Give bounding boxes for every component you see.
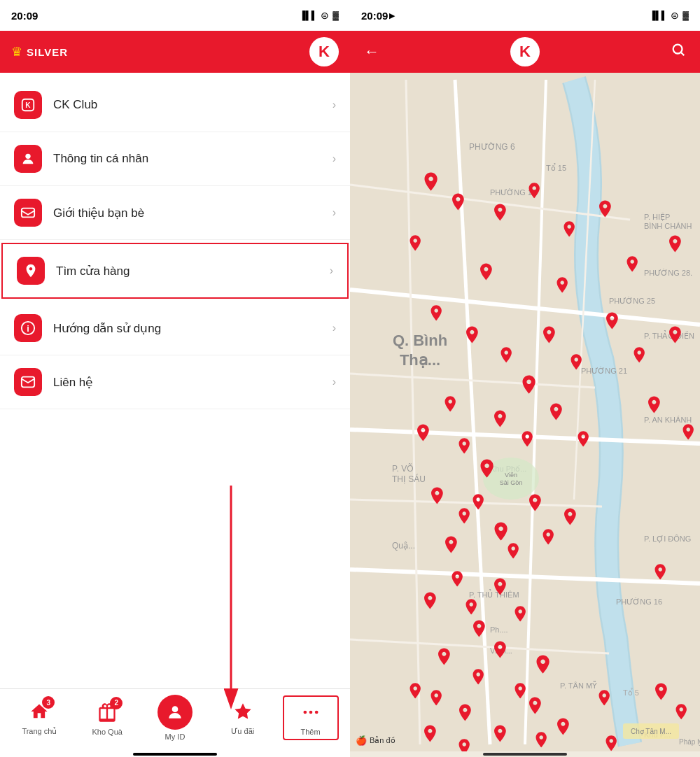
svg-text:PHƯỜNG 25: PHƯỜNG 25 bbox=[609, 297, 655, 305]
home-label: Trang chủ bbox=[22, 727, 57, 736]
wifi-icon-right: ⊜ bbox=[671, 10, 679, 21]
chevron-icon-guide: › bbox=[332, 322, 336, 334]
svg-text:Ph....: Ph.... bbox=[490, 625, 508, 634]
svg-text:P. THỦ THIÊM: P. THỦ THIÊM bbox=[469, 589, 519, 599]
contact-label: Liên hệ bbox=[53, 375, 332, 390]
apple-logo-icon: 🍎 bbox=[356, 735, 367, 746]
svg-point-12 bbox=[673, 45, 682, 54]
menu-item-find-store[interactable]: Tìm cửa hàng › bbox=[1, 243, 349, 299]
svg-text:P. LỢI ĐÔNG: P. LỢI ĐÔNG bbox=[644, 535, 691, 544]
search-button[interactable] bbox=[671, 42, 686, 62]
ck-club-icon: K bbox=[14, 91, 42, 119]
home-badge: 3 bbox=[42, 696, 55, 709]
k-logo-left[interactable]: K bbox=[309, 37, 339, 66]
svg-text:Q. Bình: Q. Bình bbox=[393, 332, 447, 349]
bottom-nav: 3 Trang chủ 2 Kho Quà bbox=[0, 688, 350, 751]
svg-rect-14 bbox=[350, 80, 700, 744]
menu-item-contact[interactable]: Liên hệ › bbox=[0, 355, 350, 409]
svg-text:PHƯỜNG 6: PHƯỜNG 6 bbox=[469, 142, 515, 152]
svg-text:i: i bbox=[27, 323, 29, 334]
menu-item-personal-info[interactable]: Thông tin cá nhân › bbox=[0, 132, 350, 186]
kho-qua-badge: 2 bbox=[110, 697, 122, 709]
uu-dai-icon-wrap bbox=[230, 699, 255, 724]
kho-qua-label: Kho Quà bbox=[92, 728, 122, 736]
svg-point-2 bbox=[25, 154, 30, 159]
nav-item-my-id[interactable]: My ID bbox=[147, 695, 203, 741]
svg-text:Pháp lý: Pháp lý bbox=[679, 738, 700, 746]
silver-badge: ♛ SILVER bbox=[11, 44, 68, 59]
find-store-icon bbox=[17, 257, 45, 285]
svg-text:Vĩnh...: Vĩnh... bbox=[490, 646, 512, 655]
menu-item-guide[interactable]: i Hướng dẫn sử dụng › bbox=[0, 302, 350, 355]
menu-item-ck-club[interactable]: K CK Club › bbox=[0, 78, 350, 132]
map-watermark: 🍎 Bản đồ bbox=[356, 735, 396, 746]
signal-icon-left: ▐▌▌ bbox=[300, 10, 318, 20]
svg-text:BÌNH CHÁNH: BÌNH CHÁNH bbox=[644, 222, 692, 230]
kho-qua-icon-wrap: 2 bbox=[94, 700, 120, 725]
silver-label: SILVER bbox=[27, 46, 68, 58]
svg-text:Quậ...: Quậ... bbox=[392, 541, 415, 551]
nav-item-uu-dai[interactable]: Ưu đãi bbox=[215, 699, 271, 736]
referral-label: Giới thiệu bạn bè bbox=[53, 206, 332, 220]
battery-icon-left: ▓ bbox=[332, 10, 339, 20]
ck-club-label: CK Club bbox=[53, 98, 332, 112]
back-button[interactable]: ← bbox=[364, 43, 379, 61]
guide-label: Hướng dẫn sử dụng bbox=[53, 321, 332, 336]
home-indicator-right bbox=[350, 751, 700, 757]
battery-icon-right: ▓ bbox=[682, 10, 689, 20]
wifi-icon-left: ⊜ bbox=[321, 10, 329, 21]
right-header: ← K bbox=[350, 31, 700, 73]
find-store-label: Tìm cửa hàng bbox=[56, 264, 330, 278]
personal-info-label: Thông tin cá nhân bbox=[53, 152, 332, 166]
home-bar-left bbox=[133, 753, 217, 756]
uu-dai-label: Ưu đãi bbox=[231, 727, 254, 736]
nav-item-home[interactable]: 3 Trang chủ bbox=[11, 699, 67, 736]
chevron-icon-contact: › bbox=[332, 376, 336, 388]
svg-text:PHƯỜNG 28.: PHƯỜNG 28. bbox=[644, 269, 692, 277]
map-brand: Bản đồ bbox=[370, 736, 396, 745]
svg-text:P. AN KHÁNH: P. AN KHÁNH bbox=[644, 416, 692, 424]
svg-text:PHƯỜNG 13: PHƯỜNG 13 bbox=[490, 188, 536, 197]
status-time-left: 20:09 bbox=[11, 10, 38, 22]
chevron-icon-referral: › bbox=[332, 206, 336, 219]
them-icon-wrap bbox=[298, 700, 323, 725]
contact-icon bbox=[14, 368, 42, 396]
svg-text:Chợ Tân M...: Chợ Tân M... bbox=[631, 728, 671, 735]
svg-text:P. HIỆP: P. HIỆP bbox=[644, 213, 670, 222]
svg-line-13 bbox=[681, 52, 684, 55]
signal-icon-right: ▐▌▌ bbox=[650, 10, 668, 20]
my-id-icon bbox=[158, 695, 192, 730]
them-label: Thêm bbox=[301, 728, 321, 736]
svg-text:K: K bbox=[25, 101, 31, 109]
svg-point-11 bbox=[314, 710, 318, 714]
svg-text:THỊ SÁU: THỊ SÁU bbox=[392, 474, 426, 484]
personal-info-icon bbox=[14, 145, 42, 173]
referral-icon bbox=[14, 199, 42, 227]
svg-point-10 bbox=[309, 710, 312, 714]
home-bar-right bbox=[483, 753, 567, 756]
svg-text:P. VÕ: P. VÕ bbox=[392, 463, 413, 474]
menu-list: K CK Club › Thông tin cá nhân › Giới thi… bbox=[0, 73, 350, 688]
left-header: ♛ SILVER K bbox=[0, 31, 350, 73]
crown-icon: ♛ bbox=[11, 44, 22, 59]
svg-point-9 bbox=[303, 710, 307, 714]
menu-item-referral[interactable]: Giới thiệu bạn bè › bbox=[0, 186, 350, 240]
chevron-icon-find-store: › bbox=[330, 264, 333, 277]
nav-item-them[interactable]: Thêm bbox=[283, 695, 339, 740]
svg-point-50 bbox=[483, 458, 539, 500]
map-area: Q. Bình Thạ... P. VÕ THỊ SÁU Quậ... P. H… bbox=[350, 73, 700, 751]
k-logo-right[interactable]: K bbox=[510, 37, 540, 66]
svg-text:PHƯỜNG 16: PHƯỜNG 16 bbox=[616, 597, 662, 606]
nav-item-kho-qua[interactable]: 2 Kho Quà bbox=[79, 700, 135, 736]
location-indicator: ▶ bbox=[389, 11, 395, 20]
chevron-icon-ck-club: › bbox=[332, 99, 336, 111]
svg-text:Tổ 5: Tổ 5 bbox=[623, 688, 639, 697]
home-indicator-left bbox=[0, 751, 350, 757]
guide-icon: i bbox=[14, 314, 42, 342]
svg-text:Viên: Viên bbox=[505, 472, 517, 479]
svg-text:Tổ 15: Tổ 15 bbox=[546, 163, 566, 172]
svg-text:Thạ...: Thạ... bbox=[400, 351, 440, 369]
svg-point-8 bbox=[172, 706, 178, 712]
svg-rect-3 bbox=[22, 208, 34, 218]
svg-text:P. TÂN MỸ: P. TÂN MỸ bbox=[560, 681, 597, 690]
